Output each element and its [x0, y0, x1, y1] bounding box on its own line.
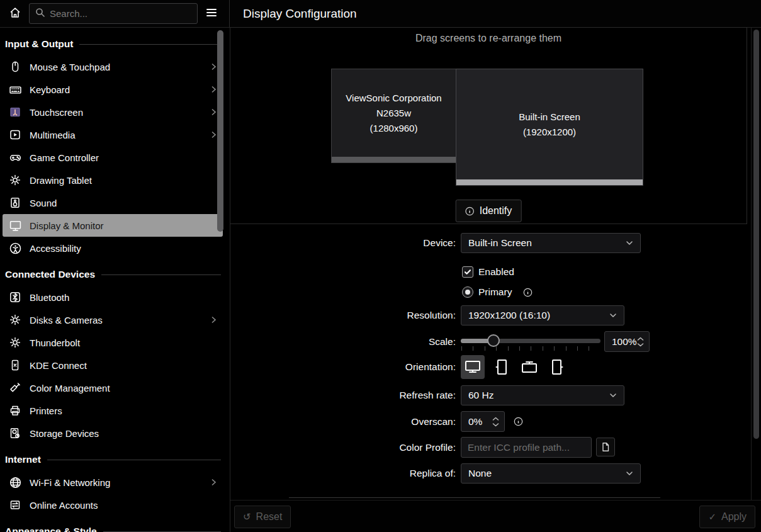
scale-slider[interactable]: [461, 331, 600, 352]
page-title: Display Configuration: [243, 7, 357, 21]
refresh-rate-combobox[interactable]: 60 Hz: [461, 385, 624, 405]
color-profile-label: Color Profile:: [293, 437, 456, 458]
scale-spinbox[interactable]: 100%: [604, 331, 650, 352]
primary-radio-row[interactable]: Primary: [462, 285, 533, 299]
sidebar-item-sound[interactable]: Sound: [3, 191, 223, 214]
primary-radio[interactable]: [462, 286, 473, 298]
game-controller-icon: [8, 150, 23, 165]
sidebar-item-thunderbolt[interactable]: Thunderbolt: [3, 331, 223, 354]
enabled-checkbox[interactable]: [462, 266, 473, 278]
sidebar-item-mouse-touchpad[interactable]: Mouse & Touchpad: [3, 55, 223, 78]
orientation-portrait-left-button[interactable]: [489, 355, 513, 379]
sidebar-item-label: Touchscreen: [30, 107, 83, 118]
sidebar-item-kde-connect[interactable]: KDE Connect: [3, 354, 223, 376]
form-separator: [289, 497, 660, 498]
phone-icon: [8, 358, 23, 373]
sidebar-section-internet: Internet: [5, 451, 221, 468]
sidebar-item-label: Accessibility: [30, 243, 81, 254]
sidebar-item-label: Display & Monitor: [30, 220, 104, 231]
sidebar-item-multimedia[interactable]: Multimedia: [3, 123, 223, 146]
sidebar-item-accessibility[interactable]: Accessibility: [3, 237, 223, 259]
orientation-portrait-left-icon: [493, 358, 509, 376]
touchscreen-icon: [8, 105, 23, 120]
spin-down-icon[interactable]: [492, 422, 499, 427]
home-button[interactable]: [5, 4, 25, 24]
sidebar-scrollbar[interactable]: [217, 30, 223, 232]
replica-of-value: None: [468, 468, 492, 479]
scroll-area-edge: [751, 28, 752, 500]
spin-up-icon[interactable]: [492, 417, 499, 421]
enabled-label: Enabled: [478, 266, 514, 278]
drag-hint-text: Drag screens to re-arrange them: [230, 33, 747, 44]
enabled-checkbox-row[interactable]: Enabled: [462, 265, 514, 279]
color-profile-input[interactable]: [461, 437, 592, 458]
overscan-label: Overscan:: [293, 411, 456, 432]
gear-icon: [8, 312, 23, 327]
spin-up-icon[interactable]: [637, 337, 644, 341]
main-scrollbar[interactable]: [753, 30, 759, 439]
gear-icon: [8, 173, 23, 188]
system-settings-window: Display Configuration Input & Output Mou…: [0, 0, 761, 532]
spin-down-icon[interactable]: [637, 342, 644, 347]
device-combobox[interactable]: Built-in Screen: [461, 233, 641, 253]
orientation-portrait-right-button[interactable]: [546, 355, 570, 379]
orientation-label: Orientation:: [293, 355, 456, 379]
orientation-landscape-button[interactable]: [461, 355, 485, 379]
orientation-landscape-flipped-icon: [521, 359, 538, 375]
sidebar-item-wifi-networking[interactable]: Wi-Fi & Networking: [3, 471, 223, 494]
search-icon: [35, 8, 45, 20]
sidebar-item-display-monitor[interactable]: Display & Monitor: [3, 214, 223, 237]
slider-handle[interactable]: [487, 334, 500, 347]
identify-label: Identify: [480, 205, 512, 217]
resolution-combobox[interactable]: 1920x1200 (16:10): [461, 305, 624, 325]
sidebar-item-label: Game Controller: [30, 152, 99, 163]
sidebar-section-connected-devices: Connected Devices: [5, 266, 221, 283]
replica-of-combobox[interactable]: None: [461, 463, 641, 484]
sidebar-item-online-accounts[interactable]: Online Accounts: [3, 494, 223, 516]
reset-button[interactable]: ↺ Reset: [234, 506, 291, 528]
search-box[interactable]: [29, 3, 198, 24]
refresh-rate-label: Refresh rate:: [293, 385, 456, 405]
sidebar-section-input-output: Input & Output: [5, 35, 221, 53]
sidebar-item-keyboard[interactable]: Keyboard: [3, 78, 223, 101]
check-icon: ✓: [708, 511, 716, 523]
browse-file-button[interactable]: [596, 438, 615, 456]
chevron-down-icon: [609, 311, 617, 320]
sidebar-item-label: Drawing Tablet: [30, 175, 92, 186]
overscan-spinbox[interactable]: 0%: [461, 411, 505, 432]
sidebar-item-label: Multimedia: [30, 130, 76, 140]
hamburger-icon: [205, 6, 218, 22]
monitor-viewsonic[interactable]: ViewSonic Corporation N2635w (1280x960): [331, 69, 456, 163]
overscan-value: 0%: [468, 416, 482, 427]
footer-bar: ↺ Reset ✓ Apply: [230, 500, 761, 532]
sidebar-item-label: Wi-Fi & Networking: [30, 477, 110, 488]
section-label: Appearance & Style: [5, 526, 97, 532]
search-input[interactable]: [50, 8, 191, 19]
apply-button[interactable]: ✓ Apply: [699, 506, 755, 528]
sidebar-item-printers[interactable]: Printers: [3, 399, 223, 422]
storage-drive-icon: [8, 426, 23, 441]
sidebar-item-label: Thunderbolt: [30, 337, 80, 348]
sidebar-item-touchscreen[interactable]: Touchscreen: [3, 101, 223, 123]
sidebar-item-disks-cameras[interactable]: Disks & Cameras: [3, 308, 223, 331]
home-icon: [8, 6, 22, 22]
sidebar-item-game-controller[interactable]: Game Controller: [3, 146, 223, 169]
sidebar-item-storage-devices[interactable]: Storage Devices: [3, 422, 223, 444]
monitor-label: ViewSonic Corporation N2635w (1280x960): [346, 91, 441, 141]
sidebar-item-bluetooth[interactable]: Bluetooth: [3, 286, 223, 308]
orientation-landscape-flipped-button[interactable]: [517, 355, 541, 379]
sidebar-item-label: Sound: [30, 198, 57, 208]
device-value: Built-in Screen: [468, 237, 532, 249]
resolution-label: Resolution:: [293, 305, 456, 325]
sidebar-item-drawing-tablet[interactable]: Drawing Tablet: [3, 169, 223, 191]
screen-arrangement-area: Drag screens to re-arrange them ViewSoni…: [230, 27, 747, 224]
sidebar-item-label: Keyboard: [30, 84, 70, 95]
sidebar-item-color-management[interactable]: Color Management: [3, 376, 223, 399]
section-label: Connected Devices: [5, 269, 95, 280]
info-icon[interactable]: [514, 417, 523, 426]
identify-button[interactable]: Identify: [456, 200, 522, 222]
info-icon[interactable]: [523, 288, 533, 297]
chevron-right-icon: [208, 315, 218, 325]
monitor-built-in[interactable]: Built-in Screen (1920x1200): [456, 69, 643, 186]
menu-button[interactable]: [201, 4, 222, 24]
